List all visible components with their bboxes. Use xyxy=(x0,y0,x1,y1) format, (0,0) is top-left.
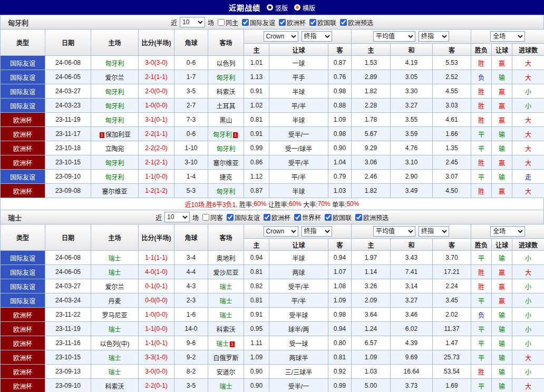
filter-checkbox[interactable]: 国际友谊 xyxy=(239,18,275,27)
score: 0-0(0-0) xyxy=(139,293,174,308)
match-row: 国际友谊24-03-27匈牙利2-0(0-0)3-5科索沃0.91半球0.981… xyxy=(1,84,544,99)
filter-checkbox-input[interactable] xyxy=(309,19,316,26)
handicap-away-odds: 0.81 xyxy=(328,350,352,365)
team-label: 匈牙利 xyxy=(105,117,124,124)
away-team: 科索沃 xyxy=(208,84,244,99)
filter-checkbox[interactable]: 欧洲预选 xyxy=(353,213,388,222)
team-label: 匈牙利 xyxy=(105,89,124,96)
topbar: 近期战绩 竖版 横版 xyxy=(0,0,544,15)
filter-checkbox[interactable]: 同主 xyxy=(215,18,238,27)
filter-checkbox[interactable]: 欧洲杯 xyxy=(276,18,306,27)
handicap-line: 受平/半 xyxy=(269,279,328,293)
index-type-select[interactable]: 终指 xyxy=(302,226,332,237)
result-outcome: 平 xyxy=(471,322,492,336)
result-outcome: 平 xyxy=(471,379,492,392)
layout-radio-horizontal[interactable]: 横版 xyxy=(294,3,315,12)
away-team: 瑞士1 xyxy=(208,336,244,350)
sub-column-header: 主 xyxy=(352,239,391,251)
europe-away-odds: 4.55 xyxy=(433,84,471,99)
europe-away-odds: 25.73 xyxy=(433,350,471,365)
match-count-select[interactable]: 10 xyxy=(180,17,205,27)
home-team: 匈牙利 xyxy=(91,170,139,184)
corners: 3-5 xyxy=(174,84,208,99)
average-select[interactable]: 平均值 xyxy=(373,226,415,237)
filter-checkbox[interactable]: 同客 xyxy=(200,213,223,222)
match-date: 24-03-27 xyxy=(45,279,91,293)
filter-checkbox-input[interactable] xyxy=(355,214,362,221)
europe-draw-odds: 3.59 xyxy=(391,127,433,141)
score: 4-0(1-0) xyxy=(139,265,174,279)
home-team: 立陶宛 xyxy=(91,141,139,155)
team-label: 爱尔兰 xyxy=(105,74,124,82)
home-team: 瑞士 xyxy=(91,265,139,279)
summary-row: 近10场,胜6平3负1, 胜率:60% 让胜率:60% 大率:70% 单率:50… xyxy=(0,198,544,210)
sub-column-header: 让球 xyxy=(269,44,328,56)
team-label: 爱沙尼亚 xyxy=(213,269,238,277)
europe-draw-odds: 16.64 xyxy=(391,365,433,379)
handicap-home-odds: 0.95 xyxy=(244,322,269,336)
result-outcome: 负 xyxy=(471,70,492,84)
period-select[interactable]: 全场 xyxy=(490,31,525,42)
away-team: 瑞士 xyxy=(208,308,244,322)
europe-home-odds: 3.06 xyxy=(352,155,391,170)
filter-checkbox[interactable]: 世界杯 xyxy=(292,213,321,222)
filter-checkbox-input[interactable] xyxy=(264,214,270,221)
result-goals: 小 xyxy=(512,365,544,379)
filter-checkbox[interactable]: 欧国联 xyxy=(307,18,336,27)
filter-checkbox[interactable]: 欧洲杯 xyxy=(261,213,290,222)
score: 0-1(0-1) xyxy=(139,279,174,293)
match-date: 24-06-08 xyxy=(45,251,91,265)
filter-checkbox-input[interactable] xyxy=(202,214,209,221)
match-count-select[interactable]: 10 xyxy=(164,212,190,222)
index-type-select[interactable]: 终指 xyxy=(302,31,332,42)
europe-home-odds: 9.29 xyxy=(352,141,391,155)
filter-checkbox-input[interactable] xyxy=(340,19,347,26)
away-team: 塞尔维亚 xyxy=(208,155,244,170)
europe-home-odds: 2.09 xyxy=(352,293,391,308)
team-name: 瑞士 xyxy=(8,212,22,222)
filter-checkbox-input[interactable] xyxy=(227,214,234,221)
result-goals: 大 xyxy=(512,56,544,70)
bookmaker-select[interactable]: Crown xyxy=(264,31,298,42)
period-select[interactable]: 全场 xyxy=(490,226,525,237)
filter-checkbox-input[interactable] xyxy=(279,19,286,26)
europe-draw-odds: 3.55 xyxy=(391,113,433,127)
result-outcome: 胜 xyxy=(471,155,492,170)
sub-column-header: 客 xyxy=(328,239,352,251)
filter-checkbox-input[interactable] xyxy=(218,19,225,26)
filter-bar: 近10场同主国际友谊欧洲杯欧国联欧洲预选 xyxy=(171,17,373,27)
index-type-select[interactable]: 终指 xyxy=(419,31,449,42)
team-label: 匈牙利 xyxy=(216,74,235,82)
result-outcome: 胜 xyxy=(471,365,492,379)
handicap-line: 平/半 xyxy=(269,99,328,113)
score: 1-0(0-0) xyxy=(139,99,174,113)
result-goals: 小 xyxy=(512,84,544,99)
filter-checkbox-input[interactable] xyxy=(294,214,301,221)
filter-checkbox[interactable]: 欧国联 xyxy=(322,213,352,222)
europe-away-odds: 2.52 xyxy=(433,70,471,84)
team-label: 匈牙利 xyxy=(216,145,235,153)
home-team: 丹麦 xyxy=(91,293,139,308)
filter-checkbox[interactable]: 国际友谊 xyxy=(224,213,260,222)
filter-checkbox[interactable]: 欧洲预选 xyxy=(337,18,373,27)
average-select[interactable]: 平均值 xyxy=(373,31,415,42)
bookmaker-select[interactable]: Crown xyxy=(264,226,298,237)
index-type-select[interactable]: 终指 xyxy=(419,226,449,237)
handicap-line: 受平/半 xyxy=(269,155,328,170)
result-outcome: 负 xyxy=(471,308,492,322)
home-team: 塞尔维亚 xyxy=(91,184,139,198)
filter-checkbox-input[interactable] xyxy=(242,19,249,26)
europe-odds-group-header: 平均值终指 xyxy=(352,224,471,239)
team-label: 瑞士 xyxy=(219,383,232,390)
europe-away-odds: 2.24 xyxy=(433,279,471,293)
result-handicap: 输 xyxy=(492,379,512,392)
result-outcome: 平 xyxy=(471,127,492,141)
handicap-away-odds: 0.94 xyxy=(328,322,352,336)
europe-away-odds: 2.45 xyxy=(433,155,471,170)
europe-away-odds: 5.53 xyxy=(433,56,471,70)
layout-radio-vertical[interactable]: 竖版 xyxy=(267,3,288,12)
result-goals: 小 xyxy=(512,99,544,113)
filter-checkbox-input[interactable] xyxy=(325,214,332,221)
handicap-line: 受半/一 xyxy=(269,379,328,392)
europe-home-odds: 1.78 xyxy=(352,113,391,127)
